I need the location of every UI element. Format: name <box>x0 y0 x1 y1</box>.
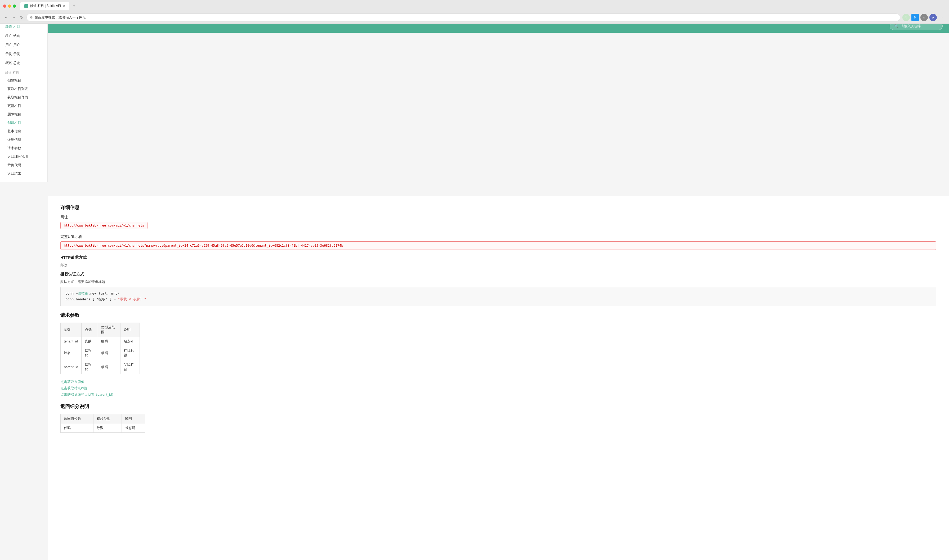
sidebar-sub-update[interactable]: 更新栏目 <box>0 102 48 110</box>
browser-tab[interactable]: 频道-栏目 | Baklib API ✕ <box>20 2 69 10</box>
sidebar-item-example[interactable]: 示例-示例 <box>0 49 48 58</box>
link-get-token[interactable]: 点击获取令牌值 <box>60 380 936 384</box>
menu-button[interactable]: ⋮ <box>938 14 946 21</box>
search-icon: 🔍 <box>894 24 898 28</box>
http-method-label: HTTP请求方式 <box>60 255 936 260</box>
sidebar-sub-basic-info[interactable]: 基本信息 <box>0 127 48 135</box>
param-desc: 站点id <box>120 337 140 346</box>
sidebar-sub-example-code[interactable]: 示例代码 <box>0 161 48 169</box>
sidebar-item-overview[interactable]: 概述-总览 <box>0 58 48 68</box>
table-row: 姓名 错误的 细绳 栏目标题 <box>61 346 140 360</box>
sidebar-sub-return-detail[interactable]: 返回细分说明 <box>0 152 48 161</box>
params-section: 请求参数 参数 必选 类型及范围 说明 tenant_id 真的 细绳 站点id <box>60 312 936 397</box>
url-value: http://www.baklib-free.com/api/v1/channe… <box>60 222 148 229</box>
address-bar[interactable]: ⚙ 在百度中搜索，或者输入一个网址 <box>26 14 900 22</box>
profile-button[interactable]: A <box>929 14 937 21</box>
params-col-param: 参数 <box>61 323 82 337</box>
favicon-icon <box>25 4 28 8</box>
forward-button[interactable]: → <box>11 15 17 20</box>
param-name: 姓名 <box>61 346 82 360</box>
param-name: parent_id <box>61 360 82 374</box>
param-desc: 栏目标题 <box>120 346 140 360</box>
main-content: 详细信息 网址 http://www.baklib-free.com/api/v… <box>48 196 949 560</box>
param-desc: 父级栏目 <box>120 360 140 374</box>
param-type: 细绳 <box>98 360 120 374</box>
tab-title: 频道-栏目 | Baklib API <box>30 4 61 8</box>
sidebar-item-user[interactable]: 用户-用户 <box>0 40 48 49</box>
param-name: tenant_id <box>61 337 82 346</box>
sidebar: 产品介绍 文章-文章 频道-栏目 租户-站点 用户-用户 示例-示例 概述-总览… <box>0 0 48 182</box>
param-type: 细绳 <box>98 346 120 360</box>
full-url-value: http://www.baklib-free.com/api/v1/channe… <box>60 242 936 250</box>
sidebar-sub-delete[interactable]: 删除栏目 <box>0 110 48 118</box>
sidebar-sub-create-channel-active[interactable]: 创建栏目 <box>0 118 48 127</box>
return-field: 代码 <box>61 423 94 432</box>
table-row: tenant_id 真的 细绳 站点id <box>61 337 140 346</box>
link-get-site-id[interactable]: 点击获取站点id值 <box>60 386 936 391</box>
extension-btn-1[interactable]: 🛡 <box>903 14 910 21</box>
address-text: 在百度中搜索，或者输入一个网址 <box>34 15 897 20</box>
refresh-button[interactable]: ↻ <box>19 15 25 20</box>
minimize-button[interactable] <box>8 5 11 8</box>
sidebar-sub-request-params[interactable]: 请求参数 <box>0 144 48 152</box>
sidebar-sub-get-detail[interactable]: 获取栏目详情 <box>0 93 48 102</box>
maximize-button[interactable] <box>13 5 16 8</box>
detail-section-title: 详细信息 <box>60 204 936 211</box>
window-controls <box>3 5 16 8</box>
close-button[interactable] <box>3 5 6 8</box>
sidebar-sub-get-list[interactable]: 获取栏目列表 <box>0 85 48 93</box>
code-line-1: conn =法拉第.new (url: url) <box>65 291 932 296</box>
param-type: 细绳 <box>98 337 120 346</box>
search-input[interactable] <box>901 24 938 28</box>
param-required: 错误的 <box>82 360 98 374</box>
browser-actions: 🛡 M ☆ A ⋮ <box>903 14 946 21</box>
return-section: 返回细分说明 返回值位数 初步类型 说明 代码 数数 状态码 <box>60 403 936 433</box>
sidebar-item-tenant[interactable]: 租户-站点 <box>0 31 48 40</box>
params-col-required: 必选 <box>82 323 98 337</box>
extension-btn-3[interactable]: ☆ <box>920 14 928 21</box>
address-bar-row: ← → ↻ ⚙ 在百度中搜索，或者输入一个网址 🛡 M ☆ A ⋮ <box>3 12 946 23</box>
return-desc: 状态码 <box>122 423 145 432</box>
http-method-value: 邮政 <box>60 263 936 268</box>
table-row: 代码 数数 状态码 <box>61 423 145 432</box>
return-section-title: 返回细分说明 <box>60 403 936 410</box>
sidebar-sub-return-result[interactable]: 返回结果 <box>0 169 48 178</box>
return-col-type: 初步类型 <box>94 414 122 423</box>
table-row: parent_id 错误的 细绳 父级栏目 <box>61 360 140 374</box>
full-example-label: 完整URL示例 <box>60 234 936 239</box>
return-col-field: 返回值位数 <box>61 414 94 423</box>
params-col-desc: 说明 <box>120 323 140 337</box>
extension-btn-2[interactable]: M <box>911 14 919 21</box>
code-line-2: conn.headers [ '授权' ] = "承载 #{令牌} " <box>65 296 932 302</box>
auth-label: 授权认证方式 <box>60 272 936 277</box>
sidebar-section-label: 频道-栏目 <box>0 68 48 76</box>
params-col-type: 类型及范围 <box>98 323 120 337</box>
code-block: conn =法拉第.new (url: url) conn.headers [ … <box>60 288 936 305</box>
params-section-title: 请求参数 <box>60 312 936 318</box>
param-required: 真的 <box>82 337 98 346</box>
return-type: 数数 <box>94 423 122 432</box>
sidebar-sub-create-channel[interactable]: 创建栏目 <box>0 76 48 85</box>
browser-chrome: 频道-栏目 | Baklib API ✕ + ← → ↻ ⚙ 在百度中搜索，或者… <box>0 0 949 24</box>
tab-bar: 频道-栏目 | Baklib API ✕ + <box>3 2 946 10</box>
tab-close-icon[interactable]: ✕ <box>63 5 65 8</box>
return-table: 返回值位数 初步类型 说明 代码 数数 状态码 <box>60 414 145 433</box>
link-get-parent-id[interactable]: 点击获取父级栏目id值（parent_id） <box>60 392 936 397</box>
param-required: 错误的 <box>82 346 98 360</box>
params-table: 参数 必选 类型及范围 说明 tenant_id 真的 细绳 站点id 姓名 错… <box>60 323 140 374</box>
sidebar-sub-detail-info[interactable]: 详细信息 <box>0 135 48 144</box>
auth-desc: 默认方式，需要添加请求标题 <box>60 280 936 284</box>
url-label: 网址 <box>60 215 936 220</box>
back-button[interactable]: ← <box>3 15 9 20</box>
return-col-desc: 说明 <box>122 414 145 423</box>
new-tab-button[interactable]: + <box>71 3 77 9</box>
detail-section: 详细信息 网址 http://www.baklib-free.com/api/v… <box>60 204 936 305</box>
search-icon: ⚙ <box>30 15 33 19</box>
